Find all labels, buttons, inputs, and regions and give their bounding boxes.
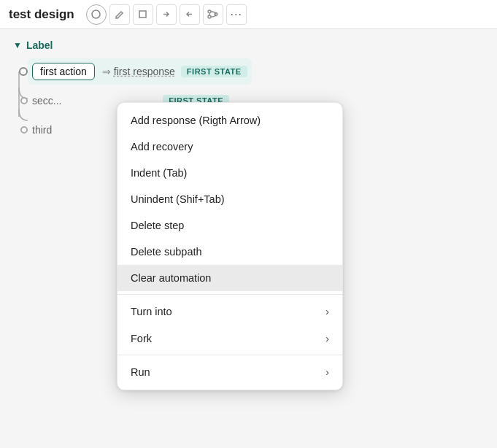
svg-point-0 <box>92 10 100 18</box>
square-tool-button[interactable] <box>133 4 153 25</box>
menu-item-delete-subpath[interactable]: Delete subpath <box>117 239 342 265</box>
node-circle-first <box>19 67 28 76</box>
svg-rect-1 <box>139 11 146 18</box>
menu-label-indent: Indent (Tab) <box>131 167 187 179</box>
first-response-label: first response <box>114 66 175 77</box>
main-area: ▼ Label first action ⇒ <box>0 29 497 448</box>
more-options-button[interactable]: ··· <box>226 4 247 25</box>
circle-tool-button[interactable] <box>86 4 107 25</box>
node-circle-third <box>20 126 28 134</box>
branch-button[interactable] <box>203 4 223 25</box>
menu-separator-2 <box>117 355 342 355</box>
menu-item-unindent[interactable]: Unindent (Shif+Tab) <box>117 186 342 212</box>
tree-node-first[interactable]: first action ⇒ first response FIRST STAT… <box>13 58 234 85</box>
menu-label-delete-step: Delete step <box>131 220 184 231</box>
menu-separator-1 <box>117 294 342 295</box>
menu-label-turn-into: Turn into <box>131 306 172 317</box>
menu-label-run: Run <box>131 366 150 378</box>
forward-button[interactable] <box>156 4 177 25</box>
menu-label-clear-automation: Clear automation <box>131 272 211 284</box>
first-state-badge: FIRST STATE <box>181 66 247 77</box>
turn-into-chevron-icon: › <box>325 305 329 317</box>
second-action-label: secc... <box>32 95 61 107</box>
label-chevron-icon: ▼ <box>13 40 22 50</box>
label-header[interactable]: ▼ Label <box>7 36 234 54</box>
menu-item-add-response[interactable]: Add response (Rigth Arrow) <box>117 107 342 134</box>
node-circle-second <box>20 97 28 104</box>
edit-tool-button[interactable] <box>109 4 130 25</box>
menu-item-add-recovery[interactable]: Add recovery <box>117 134 342 160</box>
menu-item-delete-step[interactable]: Delete step <box>117 212 342 239</box>
menu-item-turn-into[interactable]: Turn into › <box>117 298 342 325</box>
menu-item-indent[interactable]: Indent (Tab) <box>117 160 342 186</box>
top-bar: test design ··· <box>0 0 497 29</box>
menu-item-fork[interactable]: Fork › <box>117 325 342 352</box>
third-action-label: third <box>32 124 52 136</box>
svg-point-2 <box>208 10 211 13</box>
menu-label-add-recovery: Add recovery <box>131 141 193 152</box>
arrow-right-icon: ⇒ <box>102 66 111 77</box>
node-row-first[interactable]: first action ⇒ first response FIRST STAT… <box>28 58 252 85</box>
menu-item-run[interactable]: Run › <box>117 358 342 385</box>
svg-point-3 <box>208 15 211 18</box>
page-title: test design <box>9 7 74 22</box>
menu-label-unindent: Unindent (Shif+Tab) <box>131 193 225 205</box>
context-menu: Add response (Rigth Arrow) Add recovery … <box>117 102 343 390</box>
run-chevron-icon: › <box>325 366 329 378</box>
menu-label-delete-subpath: Delete subpath <box>131 246 202 258</box>
menu-item-clear-automation[interactable]: Clear automation <box>117 265 342 291</box>
first-action-label: first action <box>32 63 95 80</box>
toolbar: ··· <box>86 4 247 25</box>
menu-label-fork: Fork <box>131 333 152 344</box>
back-button[interactable] <box>180 4 200 25</box>
fork-chevron-icon: › <box>325 332 329 344</box>
label-text: Label <box>26 39 53 51</box>
menu-label-add-response: Add response (Rigth Arrow) <box>131 115 261 126</box>
